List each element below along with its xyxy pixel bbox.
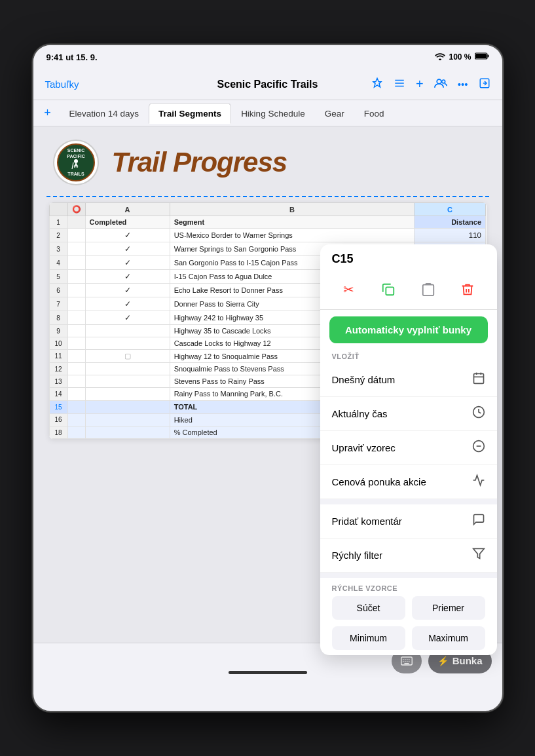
- auto-fill-button[interactable]: Automaticky vyplniť bunky: [329, 316, 488, 343]
- insert-time-item[interactable]: Aktuálny čas: [320, 397, 497, 431]
- edit-formula-item[interactable]: Upraviť vzorec: [320, 431, 497, 465]
- quick-filter-item[interactable]: Rýchly filter: [320, 539, 497, 573]
- header-segment[interactable]: Segment: [170, 216, 414, 229]
- pin-button[interactable]: [369, 75, 386, 94]
- tab-hiking-schedule[interactable]: Hiking Schedule: [231, 103, 315, 124]
- sum-button[interactable]: Súčet: [332, 596, 405, 620]
- min-button[interactable]: Minimum: [332, 626, 405, 650]
- column-headers: ⭕ A B C: [49, 203, 486, 216]
- col-a-header[interactable]: A: [85, 203, 170, 216]
- status-indicators: 100 %: [435, 52, 489, 62]
- share-button[interactable]: [476, 75, 493, 94]
- paste-button[interactable]: [414, 275, 443, 304]
- svg-point-6: [437, 79, 441, 84]
- more-button[interactable]: •••: [455, 76, 471, 92]
- formula-icon: [472, 440, 485, 456]
- col-c-header[interactable]: C: [415, 203, 486, 216]
- device: 9:41 ut 15. 9. 100 % Tabuľky Scenic Paci…: [32, 44, 504, 712]
- col-indicator-header: ⭕: [67, 203, 85, 216]
- svg-text:PACIFIC: PACIFIC: [67, 154, 84, 159]
- back-button[interactable]: Tabuľky: [43, 76, 82, 92]
- svg-text:SCENIC: SCENIC: [67, 148, 84, 153]
- toolbar-left: Tabuľky: [43, 76, 168, 92]
- status-bar: 9:41 ut 15. 9. 100 %: [33, 45, 502, 69]
- battery-indicator: 100 %: [449, 52, 471, 62]
- collab-button[interactable]: [432, 75, 450, 94]
- context-menu: C15 ✂ Automaticky vyplniť bunky: [320, 244, 497, 655]
- svg-marker-29: [473, 549, 484, 559]
- svg-point-7: [441, 80, 445, 83]
- clock-icon: [472, 406, 485, 422]
- table-row: 2 ✓ US-Mexico Border to Warner Springs 1…: [49, 229, 486, 242]
- copy-button[interactable]: [374, 275, 403, 304]
- svg-rect-1: [475, 54, 487, 58]
- tabs-bar: + Elevation 14 days Trail Segments Hikin…: [33, 100, 502, 126]
- svg-rect-21: [423, 285, 434, 296]
- add-comment-item[interactable]: Pridať komentár: [320, 504, 497, 539]
- col-b-header[interactable]: B: [170, 203, 414, 216]
- avg-button[interactable]: Priemer: [412, 596, 485, 620]
- tab-elevation[interactable]: Elevation 14 days: [60, 103, 149, 124]
- quick-formulas-section: RÝCHLE VZORCE Súčet Priemer Minimum Maxi…: [320, 578, 497, 655]
- insert-date-item[interactable]: Dnešný dátum: [320, 363, 497, 397]
- filter-icon: [472, 547, 485, 563]
- header-distance[interactable]: Distance: [415, 216, 486, 229]
- menu-spacer-2: [320, 573, 497, 578]
- battery-icon: [475, 52, 489, 62]
- calendar-icon: [472, 371, 485, 388]
- lightning-icon: ⚡: [437, 656, 449, 666]
- cut-button[interactable]: ✂: [335, 275, 363, 304]
- tab-trail-segments[interactable]: Trail Segments: [149, 103, 231, 124]
- delete-button[interactable]: [453, 275, 482, 304]
- app-toolbar: Tabuľky Scenic Pacific Trails + •••: [33, 69, 502, 100]
- max-button[interactable]: Maximum: [412, 626, 485, 650]
- status-time: 9:41 ut 15. 9.: [46, 52, 98, 62]
- add-tab-button[interactable]: +: [39, 104, 57, 123]
- insert-section-label: VLOŽIŤ: [320, 350, 497, 363]
- tab-gear[interactable]: Gear: [315, 103, 354, 124]
- home-indicator[interactable]: [229, 671, 307, 674]
- comment-icon: [472, 513, 485, 529]
- row-num-cell: 1: [49, 216, 67, 229]
- stock-quote-item[interactable]: Cenová ponuka akcie: [320, 465, 497, 499]
- svg-text:TRAILS: TRAILS: [67, 172, 84, 176]
- format-button[interactable]: [391, 75, 408, 94]
- chart-icon: [472, 474, 485, 490]
- menu-spacer: [320, 499, 497, 504]
- trail-logo: SCENIC PACIFIC TRAILS: [53, 140, 99, 185]
- header-completed[interactable]: Completed: [85, 216, 170, 229]
- cell-reference: C15: [320, 244, 497, 270]
- quick-formulas-grid: Súčet Priemer Minimum Maximum: [332, 596, 485, 650]
- svg-rect-2: [487, 55, 489, 58]
- svg-rect-20: [386, 287, 394, 295]
- add-button[interactable]: +: [413, 74, 426, 94]
- row-num-header: [49, 203, 67, 216]
- svg-rect-22: [473, 373, 483, 383]
- tab-food[interactable]: Food: [354, 103, 394, 124]
- document-title: Scenic Pacific Trails: [174, 79, 362, 90]
- table-row: 1 Completed Segment Distance: [49, 216, 486, 229]
- quick-formulas-label: RÝCHLE VZORCE: [332, 580, 485, 596]
- toolbar-right: + •••: [367, 74, 493, 94]
- context-icon-row: ✂: [320, 270, 497, 310]
- trail-header: SCENIC PACIFIC TRAILS Trail Progress: [33, 126, 502, 196]
- svg-point-13: [74, 159, 78, 163]
- trail-title: Trail Progress: [112, 147, 287, 178]
- wifi-icon: [435, 52, 445, 62]
